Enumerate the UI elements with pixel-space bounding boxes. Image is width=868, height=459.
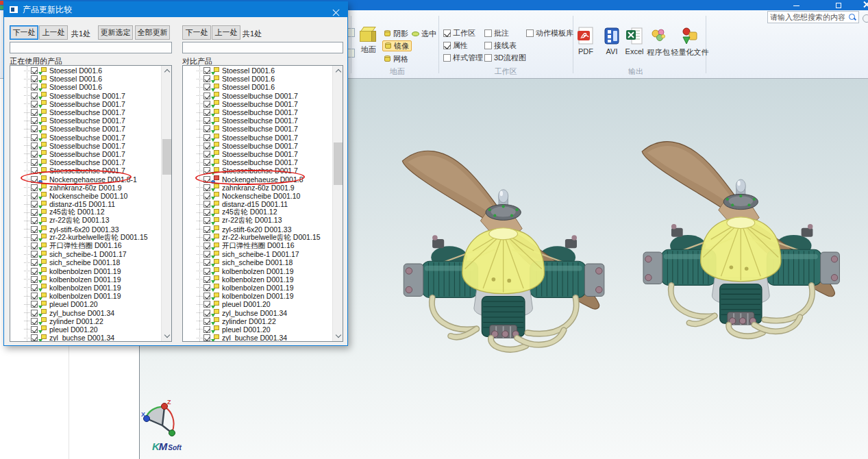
item-checkbox[interactable] <box>31 176 38 183</box>
list-item[interactable]: Stoesselbuchse D001.7 <box>183 134 332 142</box>
item-checkbox[interactable] <box>203 326 210 333</box>
list-item[interactable]: kolbenbolzen D001.19 <box>10 284 161 292</box>
item-checkbox[interactable] <box>203 217 210 224</box>
list-item[interactable]: Stoessel D001.6 <box>10 66 161 75</box>
ribbon-checkbox-动作模板库[interactable]: 动作模板库 <box>526 28 573 38</box>
list-item[interactable]: 开口弹性挡圈 D001.16 <box>10 242 161 250</box>
list-item[interactable]: Stoesselbuchse D001.7 <box>183 92 332 100</box>
list-item[interactable]: zr-22齿轮 D001.13 <box>183 216 332 225</box>
list-item[interactable]: zahnkranz-60z D001.9 <box>10 184 161 192</box>
item-checkbox[interactable] <box>31 209 38 216</box>
item-checkbox[interactable] <box>31 84 38 90</box>
checkbox-icon[interactable] <box>484 42 492 49</box>
list-item[interactable]: zylinder D001.22 <box>183 317 332 325</box>
list-item[interactable]: Stoesselbuchse D001.7 <box>10 134 161 142</box>
item-checkbox[interactable] <box>203 301 210 308</box>
scroll-down-button[interactable] <box>333 331 343 341</box>
ribbon-checkbox-3D流程图[interactable]: 3D流程图 <box>484 53 526 62</box>
item-checkbox[interactable] <box>31 184 38 191</box>
list-item[interactable]: Nockenscheibe D001.10 <box>183 192 332 200</box>
list-item[interactable]: zr-22-kurbelwelle齿轮 D001.15 <box>183 234 332 242</box>
item-checkbox[interactable] <box>203 92 210 99</box>
list-item[interactable]: pleuel D001.20 <box>10 300 161 308</box>
list-item[interactable]: Nockengehaeuse D001.8 <box>183 175 332 183</box>
list-item[interactable]: kolbenbolzen D001.19 <box>183 292 332 300</box>
list-item[interactable]: zr-22-kurbelwelle齿轮 D001.15 <box>10 234 161 242</box>
list-item[interactable]: zyl_buchse D001.34 <box>10 334 161 342</box>
list-item[interactable]: Stoesselbuchse D001.7 <box>10 100 161 108</box>
scroll-down-button[interactable] <box>162 331 172 341</box>
ground-button[interactable]: 地面 <box>354 25 384 66</box>
ribbon-checkbox-接线表[interactable]: 接线表 <box>484 40 517 50</box>
item-checkbox[interactable] <box>203 193 210 199</box>
next-diff-button-left[interactable]: 下一处 <box>10 25 38 40</box>
checkbox-icon[interactable] <box>443 42 451 49</box>
item-checkbox[interactable] <box>31 259 38 266</box>
item-checkbox[interactable] <box>203 234 210 241</box>
item-checkbox[interactable] <box>31 301 38 308</box>
list-item[interactable]: pleuel D001.20 <box>10 325 161 334</box>
list-item[interactable]: Stoesselbuchse D001.7 <box>183 100 332 108</box>
scrollbar[interactable] <box>161 66 171 341</box>
close-button[interactable] <box>858 0 868 10</box>
item-checkbox[interactable] <box>203 67 210 74</box>
list-item[interactable]: sich_scheibe-1 D001.17 <box>10 250 161 258</box>
list-item[interactable]: Stoessel D001.6 <box>10 75 161 83</box>
list-item[interactable]: Stoessel D001.6 <box>183 75 332 83</box>
list-item[interactable]: Stoesselbuchse D001.7 <box>183 125 332 133</box>
output-程序包-button[interactable]: 程序包 <box>645 27 672 58</box>
list-item[interactable]: Stoessel D001.6 <box>183 66 332 75</box>
list-item[interactable]: zyl_buchse D001.34 <box>10 308 161 317</box>
list-item[interactable]: Nockenscheibe D001.10 <box>10 192 161 200</box>
item-checkbox[interactable] <box>203 75 210 82</box>
list-item[interactable]: sich_scheibe D001.18 <box>183 258 332 266</box>
dialog-titlebar[interactable]: 产品更新比较 <box>4 2 347 17</box>
item-checkbox[interactable] <box>31 151 38 158</box>
list-item[interactable]: Stoessel D001.6 <box>183 83 332 91</box>
ribbon-checkbox-批注[interactable]: 批注 <box>484 28 509 38</box>
dialog-close-button[interactable] <box>333 5 341 14</box>
list-item[interactable]: Stoesselbuchse D001.7 <box>10 166 161 175</box>
item-checkbox[interactable] <box>31 276 38 283</box>
list-item[interactable]: Stoesselbuchse D001.7 <box>10 150 161 158</box>
update-all-button[interactable]: 全部更新 <box>135 25 170 40</box>
update-selected-button[interactable]: 更新选定 <box>98 25 133 40</box>
item-checkbox[interactable] <box>31 243 38 249</box>
item-checkbox[interactable] <box>203 117 210 124</box>
filter-input-right[interactable] <box>182 42 343 53</box>
checkbox-icon[interactable] <box>443 54 451 62</box>
output-轻量化文件-button[interactable]: 轻量化文件 <box>670 27 710 58</box>
list-item[interactable]: zyl-stift-6x20 D001.33 <box>10 225 161 234</box>
list-item[interactable]: Stoesselbuchse D001.7 <box>10 108 161 116</box>
item-checkbox[interactable] <box>203 159 210 166</box>
list-item[interactable]: Stoesselbuchse D001.7 <box>183 108 332 116</box>
item-checkbox[interactable] <box>31 318 38 325</box>
item-checkbox[interactable] <box>31 75 38 82</box>
list-item[interactable]: Stoessel D001.6 <box>10 83 161 91</box>
ribbon-checkbox-属性[interactable]: 属性 <box>443 40 468 50</box>
list-item[interactable]: zylinder D001.22 <box>10 317 161 325</box>
list-item[interactable]: zr-22齿轮 D001.13 <box>10 216 161 225</box>
list-item[interactable]: Stoesselbuchse D001.7 <box>183 150 332 158</box>
axis-triad[interactable]: Z X <box>141 398 184 441</box>
item-checkbox[interactable] <box>31 293 38 299</box>
list-item[interactable]: Stoesselbuchse D001.7 <box>10 125 161 133</box>
item-checkbox[interactable] <box>31 268 38 275</box>
item-checkbox[interactable] <box>203 293 210 299</box>
output-PDF-button[interactable]: PDF <box>574 27 597 55</box>
item-checkbox[interactable] <box>203 167 210 174</box>
list-item[interactable]: Stoesselbuchse D001.7 <box>183 116 332 125</box>
item-checkbox[interactable] <box>31 226 38 233</box>
item-checkbox[interactable] <box>31 142 38 149</box>
item-checkbox[interactable] <box>203 109 210 116</box>
item-checkbox[interactable] <box>31 92 38 99</box>
scroll-up-button[interactable] <box>162 66 172 76</box>
minimize-button[interactable] <box>786 0 807 10</box>
mirror-toggle[interactable]: 镜像 <box>382 40 412 51</box>
list-item[interactable]: zyl_buchse D001.34 <box>183 308 332 317</box>
search-input[interactable]: 请输入您想搜索的内容 <box>767 11 859 23</box>
list-item[interactable]: kolbenbolzen D001.19 <box>183 284 332 292</box>
list-item[interactable]: kolbenbolzen D001.19 <box>183 267 332 275</box>
maximize-button[interactable] <box>829 0 850 10</box>
selected-toggle[interactable]: 选中 <box>412 28 436 39</box>
